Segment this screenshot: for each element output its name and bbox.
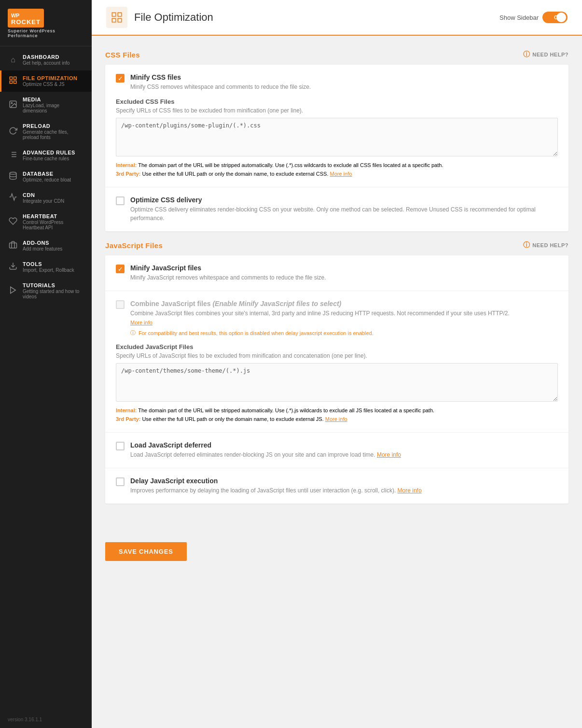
css-optimize-checkbox[interactable] — [116, 196, 125, 205]
sidebar-item-file-opt-sub: Optimize CSS & JS — [23, 82, 77, 87]
toggle-switch[interactable]: OFF — [542, 12, 568, 23]
js-deferred-checkbox[interactable] — [116, 442, 125, 450]
js-combine-more-info[interactable]: More info — [130, 320, 152, 325]
js-combine-warning-text: For compatibility and best results, this… — [139, 330, 374, 336]
sidebar-item-preload-title: PRELOAD — [23, 123, 85, 129]
save-changes-button[interactable]: SAVE CHANGES — [105, 542, 187, 561]
svg-rect-13 — [10, 243, 17, 248]
js-minify-checkbox[interactable]: ✓ — [116, 265, 125, 273]
js-excluded-label: Excluded JavaScript Files — [116, 343, 558, 350]
js-combine-checkbox[interactable] — [116, 300, 125, 309]
sidebar-item-db-sub: Optimize, reduce bloat — [23, 177, 71, 182]
sidebar-toggle-label: Show Sidebar — [499, 14, 539, 21]
js-combine-desc: Combine JavaScript files combines your s… — [130, 309, 510, 318]
sidebar-item-tools-sub: Import, Export, Rollback — [23, 267, 74, 273]
media-icon — [8, 100, 18, 111]
js-hint-3rdparty-label: 3rd Party: — [116, 416, 140, 422]
sidebar-logo: WP ROCKET Superior WordPress Performance — [0, 0, 92, 46]
js-combine-title: Combine JavaScript files (Enable Minify … — [130, 300, 510, 308]
sidebar-item-tutorials-sub: Getting started and how to videos — [23, 289, 85, 299]
sidebar-toggle[interactable]: Show Sidebar OFF — [499, 12, 568, 23]
js-combine-section: Combine JavaScript files (Enable Minify … — [105, 291, 568, 433]
sidebar-item-dashboard[interactable]: ⌂ DASHBOARD Get help, account info — [0, 49, 92, 70]
sidebar-item-tools[interactable]: TOOLS Import, Export, Rollback — [0, 256, 92, 278]
svg-rect-1 — [14, 77, 16, 79]
tools-icon — [8, 262, 18, 272]
css-hint-3rdparty-text: Use either the full URL path or only the… — [140, 171, 328, 177]
js-excluded-textarea[interactable]: /wp-content/themes/some-theme/(.*).js — [116, 363, 558, 402]
sidebar-item-tutorials[interactable]: TUTORIALS Getting started and how to vid… — [0, 278, 92, 304]
js-delay-title: Delay JavaScript execution — [130, 477, 422, 485]
tutorials-icon — [8, 286, 18, 296]
sidebar-item-heartbeat-sub: Control WordPress Heartbeat API — [23, 220, 85, 230]
sidebar-item-cdn-title: CDN — [23, 192, 64, 198]
sidebar: WP ROCKET Superior WordPress Performance… — [0, 0, 92, 728]
sidebar-item-advanced-rules[interactable]: ADVANCED RULES Fine-tune cache rules — [0, 145, 92, 166]
sidebar-item-cdn[interactable]: CDN Integrate your CDN — [0, 187, 92, 209]
svg-rect-16 — [112, 13, 116, 16]
js-help-circle-icon: ⓘ — [523, 241, 530, 250]
css-section-title: CSS Files — [105, 51, 140, 59]
preload-icon — [8, 126, 18, 137]
js-combine-warning: ⓘ For compatibility and best results, th… — [130, 329, 510, 336]
js-section-header: JavaScript Files ⓘ NEED HELP? — [105, 241, 568, 250]
svg-point-12 — [10, 172, 16, 175]
js-deferred-desc: Load JavaScript deferred eliminates rend… — [130, 450, 401, 459]
js-excluded-desc: Specify URLs of JavaScript files to be e… — [116, 352, 558, 359]
js-section-title: JavaScript Files — [105, 241, 163, 250]
cdn-icon — [8, 193, 18, 203]
css-optimize-desc: Optimize CSS delivery eliminates render-… — [130, 205, 558, 223]
page-header: File Optimization Show Sidebar OFF — [92, 0, 582, 36]
sidebar-item-heartbeat[interactable]: HEARTBEAT Control WordPress Heartbeat AP… — [0, 209, 92, 235]
css-hint-internal-text: The domain part of the URL will be strip… — [137, 162, 443, 168]
css-excluded-textarea[interactable]: /wp-content/plugins/some-plugin/(.*).css — [116, 118, 558, 156]
nav-items: ⌂ DASHBOARD Get help, account info FILE … — [0, 46, 92, 711]
js-delay-desc: Improves performance by delaying the loa… — [130, 486, 422, 495]
sidebar-item-addons[interactable]: ADD-ONS Add more features — [0, 235, 92, 256]
js-delay-checkbox[interactable] — [116, 477, 125, 486]
js-deferred-section: Load JavaScript deferred Load JavaScript… — [105, 433, 568, 468]
page-title: File Optimization — [134, 11, 213, 24]
css-hint-link[interactable]: More info — [330, 171, 352, 177]
sidebar-item-file-optimization[interactable]: FILE OPTIMIZATION Optimize CSS & JS — [0, 70, 92, 92]
sidebar-item-media-sub: LazyLoad, image dimensions — [23, 103, 85, 113]
js-minify-title: Minify JavaScript files — [130, 264, 326, 272]
js-hint-3rdparty-text: Use either the full URL path or only the… — [140, 416, 323, 422]
svg-rect-2 — [10, 81, 12, 84]
svg-rect-0 — [10, 77, 12, 79]
sidebar-item-dashboard-sub: Get help, account info — [23, 60, 69, 66]
js-combine-more-info-text: More info — [130, 320, 152, 325]
help-circle-icon: ⓘ — [523, 50, 530, 59]
warning-icon: ⓘ — [130, 329, 136, 336]
js-minify-desc: Minify JavaScript removes whitespace and… — [130, 273, 326, 282]
version-label: version 3.16.1.1 — [0, 711, 92, 728]
js-deferred-more-info[interactable]: More info — [377, 451, 401, 458]
svg-rect-17 — [118, 13, 122, 16]
sidebar-item-media[interactable]: MEDIA LazyLoad, image dimensions — [0, 92, 92, 118]
content-area: CSS Files ⓘ NEED HELP? ✓ Minify CSS file… — [92, 36, 582, 532]
page-icon — [106, 7, 127, 28]
js-hint-text: Internal: The domain part of the URL wil… — [116, 406, 558, 423]
js-minify-section: ✓ Minify JavaScript files Minify JavaScr… — [105, 255, 568, 291]
css-hint-3rdparty-label: 3rd Party: — [116, 171, 140, 177]
sidebar-item-database[interactable]: DATABASE Optimize, reduce bloat — [0, 166, 92, 187]
css-optimize-title: Optimize CSS delivery — [130, 196, 558, 204]
css-minify-title: Minify CSS files — [130, 73, 311, 81]
js-delay-more-info[interactable]: More info — [398, 487, 422, 494]
sidebar-item-addons-title: ADD-ONS — [23, 240, 62, 246]
css-optimize-section: Optimize CSS delivery Optimize CSS deliv… — [105, 187, 568, 231]
css-minify-desc: Minify CSS removes whitespace and commen… — [130, 83, 311, 91]
save-bar: SAVE CHANGES — [92, 532, 582, 575]
css-need-help[interactable]: ⓘ NEED HELP? — [523, 50, 568, 59]
js-hint-link[interactable]: More info — [325, 416, 347, 422]
js-delay-section: Delay JavaScript execution Improves perf… — [105, 468, 568, 504]
js-need-help[interactable]: ⓘ NEED HELP? — [523, 241, 568, 250]
js-need-help-label: NEED HELP? — [532, 242, 568, 248]
css-minify-checkbox[interactable]: ✓ — [116, 74, 125, 83]
js-deferred-title: Load JavaScript deferred — [130, 441, 401, 449]
js-hint-internal-text: The domain part of the URL will be strip… — [137, 407, 434, 413]
sidebar-item-preload[interactable]: PRELOAD Generate cache files, preload fo… — [0, 118, 92, 145]
js-checkmark-icon: ✓ — [118, 266, 123, 273]
sidebar-item-media-title: MEDIA — [23, 97, 85, 102]
logo-tagline: Superior WordPress Performance — [8, 28, 84, 38]
